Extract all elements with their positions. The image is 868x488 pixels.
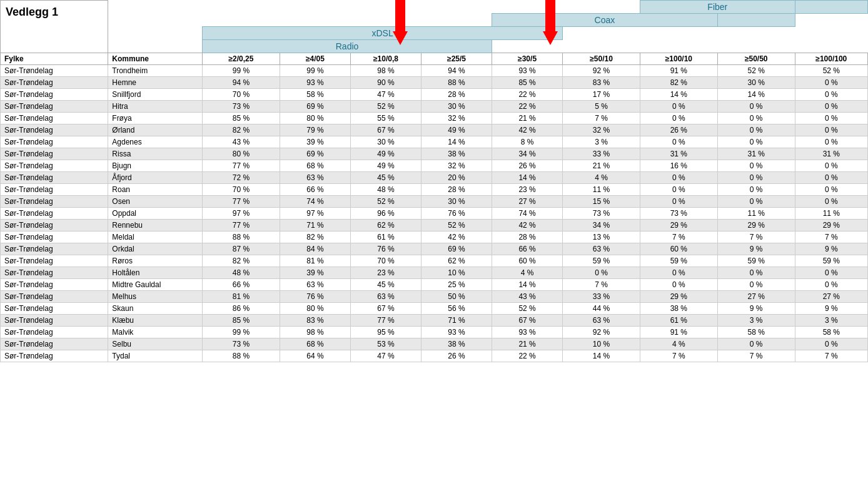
cell-data: 80 % (203, 148, 280, 160)
cell-data: 61 % (350, 231, 421, 243)
cell-data: 17 % (563, 89, 640, 101)
cell-data: 63 % (280, 279, 350, 291)
cell-data: 31 % (717, 148, 795, 160)
cell-data: 29 % (640, 291, 717, 303)
cell-data: 9 % (717, 243, 795, 255)
cell-data: 49 % (350, 148, 421, 160)
cell-data: 44 % (563, 303, 640, 315)
band-xdsl-row: xDSL (1, 27, 868, 40)
cell-data: 52 % (350, 101, 421, 113)
cell-data: 20 % (421, 172, 492, 184)
cell-data: 67 % (350, 303, 421, 315)
cell-data: 0 % (563, 267, 640, 279)
cell-data: 49 % (421, 125, 492, 136)
cell-data: 58 % (795, 327, 867, 338)
cell-data: 88 % (203, 231, 280, 243)
cell-fylke: Sør-Trøndelag (1, 136, 108, 148)
cell-data: 30 % (717, 77, 795, 89)
page-container: { "title": "Vedlegg 1", "bands": { "fibe… (0, 0, 868, 488)
cell-data: 26 % (640, 125, 717, 136)
cell-data: 94 % (203, 77, 280, 89)
cell-data: 93 % (421, 327, 492, 338)
header-col4: ≥25/5 (421, 53, 492, 65)
cell-data: 74 % (492, 208, 563, 220)
cell-data: 50 % (421, 291, 492, 303)
empty-cell-8 (108, 40, 203, 53)
cell-data: 14 % (421, 136, 492, 148)
cell-data: 73 % (563, 208, 640, 220)
cell-data: 77 % (350, 315, 421, 327)
cell-data: 0 % (640, 279, 717, 291)
cell-data: 48 % (203, 267, 280, 279)
cell-data: 9 % (795, 243, 867, 255)
cell-data: 10 % (421, 267, 492, 279)
cell-data: 43 % (492, 291, 563, 303)
cell-data: 0 % (717, 279, 795, 291)
cell-data: 80 % (280, 303, 350, 315)
cell-data: 0 % (795, 89, 867, 101)
cell-fylke: Sør-Trøndelag (1, 243, 108, 255)
cell-data: 42 % (492, 125, 563, 136)
table-row: Sør-TrøndelagSnillfjord70 %58 %47 %28 %2… (1, 89, 868, 101)
empty-cell-5 (203, 14, 492, 27)
cell-data: 55 % (350, 113, 421, 125)
cell-kommune: Rennebu (108, 220, 203, 231)
cell-data: 70 % (350, 255, 421, 267)
cell-data: 81 % (280, 255, 350, 267)
band-xdsl-cell: xDSL (203, 27, 563, 40)
cell-data: 83 % (563, 77, 640, 89)
cell-kommune: Tydal (108, 350, 203, 362)
cell-data: 0 % (795, 184, 867, 196)
cell-kommune: Snillfjord (108, 89, 203, 101)
cell-data: 0 % (795, 338, 867, 350)
cell-data: 10 % (563, 338, 640, 350)
cell-data: 73 % (203, 338, 280, 350)
table-row: Sør-TrøndelagKlæbu85 %83 %77 %71 %67 %63… (1, 315, 868, 327)
cell-kommune: Selbu (108, 338, 203, 350)
cell-fylke: Sør-Trøndelag (1, 148, 108, 160)
cell-data: 87 % (203, 243, 280, 255)
main-table: Vedlegg 1 Fiber Coax xDSL (0, 0, 868, 362)
cell-data: 7 % (795, 350, 867, 362)
cell-data: 52 % (795, 65, 867, 77)
cell-kommune: Bjugn (108, 160, 203, 172)
cell-fylke: Sør-Trøndelag (1, 125, 108, 136)
cell-data: 38 % (421, 148, 492, 160)
cell-data: 33 % (563, 148, 640, 160)
cell-data: 66 % (280, 184, 350, 196)
cell-kommune: Malvik (108, 327, 203, 338)
header-col3: ≥10/0,8 (350, 53, 421, 65)
band-coax-cell: Coax (492, 14, 718, 27)
cell-data: 43 % (203, 136, 280, 148)
cell-data: 88 % (203, 350, 280, 362)
cell-data: 56 % (421, 303, 492, 315)
cell-data: 42 % (421, 231, 492, 243)
cell-data: 9 % (795, 303, 867, 315)
cell-kommune: Trondheim (108, 65, 203, 77)
cell-data: 0 % (717, 125, 795, 136)
cell-data: 97 % (280, 208, 350, 220)
cell-data: 32 % (563, 125, 640, 136)
cell-data: 8 % (492, 136, 563, 148)
band-fiber-row: Vedlegg 1 Fiber (1, 1, 868, 14)
empty-cell-6 (108, 27, 203, 40)
band-coax-ext (717, 14, 795, 27)
page-title: Vedlegg 1 (6, 6, 58, 18)
cell-data: 66 % (492, 243, 563, 255)
cell-data: 27 % (795, 291, 867, 303)
cell-data: 14 % (717, 89, 795, 101)
cell-data: 66 % (203, 279, 280, 291)
cell-data: 34 % (492, 148, 563, 160)
cell-fylke: Sør-Trøndelag (1, 160, 108, 172)
cell-data: 99 % (203, 65, 280, 77)
cell-kommune: Oppdal (108, 208, 203, 220)
cell-data: 85 % (492, 77, 563, 89)
cell-data: 32 % (421, 113, 492, 125)
cell-data: 26 % (421, 350, 492, 362)
cell-data: 59 % (717, 255, 795, 267)
cell-data: 95 % (350, 327, 421, 338)
cell-data: 0 % (795, 113, 867, 125)
table-row: Sør-TrøndelagBjugn77 %68 %49 %32 %26 %21… (1, 160, 868, 172)
cell-fylke: Sør-Trøndelag (1, 77, 108, 89)
cell-data: 61 % (640, 315, 717, 327)
